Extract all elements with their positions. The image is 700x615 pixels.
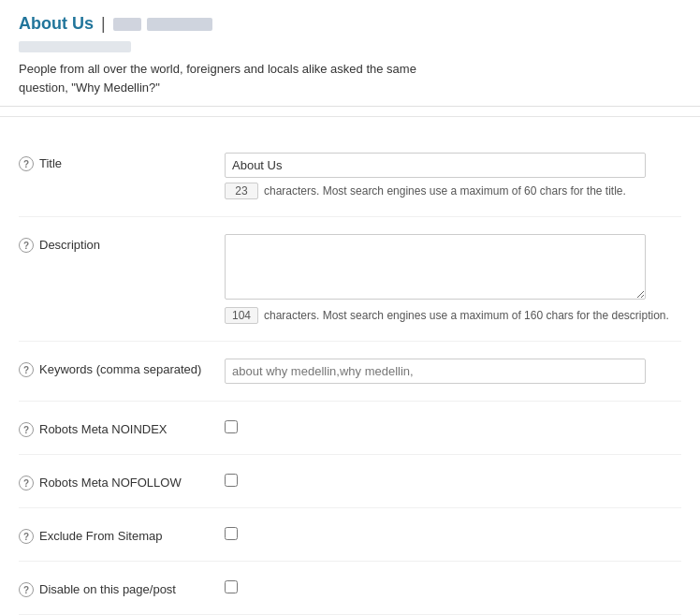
subtitle-blur: [19, 41, 131, 52]
keywords-control-col: [225, 359, 681, 384]
description-char-count-row: 104 characters. Most search engines use …: [225, 307, 681, 324]
breadcrumb-blurred: [113, 18, 212, 31]
title-label: Title: [39, 156, 62, 170]
seo-form: ? Title 23 characters. Most search engin…: [0, 126, 700, 615]
disable-control-col: [225, 578, 681, 596]
noindex-label: Robots Meta NOINDEX: [39, 422, 168, 436]
description-help-icon[interactable]: ?: [19, 238, 34, 253]
keywords-input[interactable]: [225, 359, 646, 384]
exclude-sitemap-label: Exclude From Sitemap: [39, 529, 163, 543]
title-input[interactable]: [225, 153, 646, 178]
exclude-sitemap-checkbox[interactable]: [225, 527, 238, 540]
disable-label-col: ? Disable on this page/post: [19, 578, 225, 597]
disable-checkbox[interactable]: [225, 580, 238, 593]
nofollow-label-col: ? Robots Meta NOFOLLOW: [19, 472, 225, 491]
description-label-col: ? Description: [19, 234, 225, 253]
page-title-row: About Us |: [19, 14, 681, 34]
page-excerpt: People from all over the world, foreigne…: [19, 60, 449, 96]
description-char-hint: characters. Most search engines use a ma…: [264, 309, 669, 322]
page-header: About Us | People from all over the worl…: [0, 0, 700, 107]
noindex-row: ? Robots Meta NOINDEX: [19, 402, 681, 455]
breadcrumb-blur-2: [147, 18, 212, 31]
breadcrumb-blur-1: [113, 18, 141, 31]
keywords-label: Keywords (comma separated): [39, 362, 201, 376]
exclude-sitemap-label-col: ? Exclude From Sitemap: [19, 525, 225, 544]
description-control-col: 104 characters. Most search engines use …: [225, 234, 681, 324]
disable-row: ? Disable on this page/post: [19, 562, 681, 615]
exclude-sitemap-help-icon[interactable]: ?: [19, 529, 34, 544]
title-char-count: 23: [225, 183, 258, 199]
nofollow-label: Robots Meta NOFOLLOW: [39, 476, 182, 490]
title-label-col: ? Title: [19, 153, 225, 171]
title-control-col: 23 characters. Most search engines use a…: [225, 153, 681, 199]
page-title: About Us: [19, 14, 94, 34]
title-separator: |: [101, 14, 106, 34]
nofollow-checkbox[interactable]: [225, 474, 238, 487]
disable-label: Disable on this page/post: [39, 582, 176, 596]
title-help-icon[interactable]: ?: [19, 156, 34, 171]
description-row: ? Description 104 characters. Most searc…: [19, 217, 681, 342]
nofollow-help-icon[interactable]: ?: [19, 476, 34, 491]
description-label: Description: [39, 238, 100, 252]
title-row: ? Title 23 characters. Most search engin…: [19, 136, 681, 217]
title-char-hint: characters. Most search engines use a ma…: [264, 184, 626, 198]
noindex-checkbox[interactable]: [225, 420, 238, 433]
keywords-label-col: ? Keywords (comma separated): [19, 359, 225, 377]
noindex-help-icon[interactable]: ?: [19, 422, 34, 437]
page-subtitle-row: [19, 41, 681, 52]
exclude-sitemap-row: ? Exclude From Sitemap: [19, 508, 681, 562]
exclude-sitemap-control-col: [225, 525, 681, 543]
nofollow-control-col: [225, 472, 681, 490]
keywords-row: ? Keywords (comma separated): [19, 342, 681, 402]
keywords-help-icon[interactable]: ?: [19, 362, 34, 377]
title-char-count-row: 23 characters. Most search engines use a…: [225, 183, 681, 199]
disable-help-icon[interactable]: ?: [19, 582, 34, 597]
description-char-count: 104: [225, 307, 258, 324]
section-divider: [0, 116, 700, 117]
nofollow-row: ? Robots Meta NOFOLLOW: [19, 455, 681, 508]
noindex-label-col: ? Robots Meta NOINDEX: [19, 418, 225, 437]
description-input[interactable]: [225, 234, 646, 300]
noindex-control-col: [225, 418, 681, 436]
